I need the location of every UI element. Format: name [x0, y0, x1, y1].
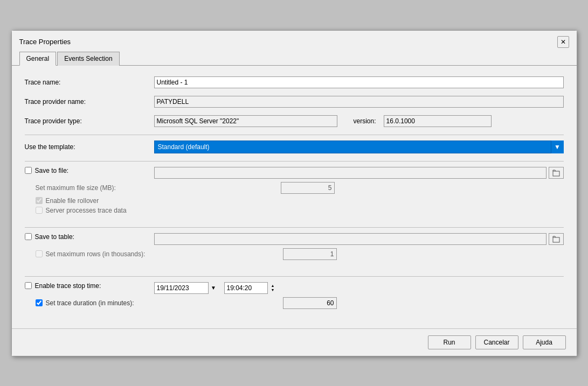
save-to-table-section: Save to table: Set maximum rows (in thou… — [25, 227, 564, 269]
stop-date-wrapper: ▼ — [154, 282, 219, 294]
save-to-file-checkbox[interactable] — [25, 167, 32, 174]
svg-rect-1 — [553, 237, 559, 242]
trace-provider-type-input — [154, 115, 337, 127]
template-select[interactable]: Standard (default) Blank SP_Counts TSQL … — [154, 141, 564, 153]
set-duration-row: Set trace duration (in minutes): — [36, 297, 564, 309]
separator-1 — [25, 135, 564, 135]
max-file-size-row: Set maximum file size (MB): — [36, 182, 564, 194]
max-rows-input — [283, 248, 337, 260]
save-to-table-row: Save to table: — [25, 233, 564, 245]
save-to-file-row: Save to file: — [25, 167, 564, 179]
trace-provider-type-label: Trace provider type: — [25, 117, 154, 125]
enable-rollover-label: Enable file rollover — [46, 197, 99, 205]
enable-rollover-checkbox — [36, 197, 43, 204]
max-rows-label: Set maximum rows (in thousands): — [46, 250, 283, 258]
set-duration-checkbox[interactable] — [36, 299, 43, 306]
trace-name-row: Trace name: — [25, 76, 564, 88]
table-browse-icon — [552, 235, 560, 243]
cancel-button[interactable]: Cancelar — [475, 335, 518, 349]
save-to-file-input-row — [154, 167, 564, 179]
dialog-title: Trace Properties — [19, 38, 71, 46]
save-to-file-label: Save to file: — [35, 167, 69, 174]
dialog-footer: Run Cancelar Ajuda — [12, 328, 577, 356]
trace-provider-name-label: Trace provider name: — [25, 98, 154, 106]
save-to-file-section: Save to file: Set maximum file size (MB)… — [25, 161, 564, 220]
stop-time-row: Enable trace stop time: ▼ ▲ ▼ — [25, 282, 564, 294]
server-processes-row: Server processes trace data — [36, 207, 564, 214]
save-to-table-checkbox-col: Save to table: — [25, 233, 154, 241]
stop-time-section: Enable trace stop time: ▼ ▲ ▼ — [25, 276, 564, 318]
stop-time-inputs: ▼ ▲ ▼ — [154, 282, 564, 294]
trace-provider-name-input — [154, 96, 564, 108]
stop-time-spin-button[interactable]: ▲ ▼ — [267, 282, 278, 294]
enable-rollover-row: Enable file rollover — [36, 197, 564, 205]
close-button[interactable]: ✕ — [557, 36, 569, 48]
save-to-table-input-row — [154, 233, 564, 245]
trace-name-label: Trace name: — [25, 79, 154, 86]
svg-rect-0 — [553, 171, 559, 176]
save-to-table-input — [154, 233, 547, 245]
title-bar: Trace Properties ✕ — [12, 31, 577, 51]
tab-events-selection[interactable]: Events Selection — [57, 52, 119, 66]
template-select-wrapper: Standard (default) Blank SP_Counts TSQL … — [154, 141, 564, 153]
max-file-size-input — [281, 182, 335, 194]
version-label: version: — [354, 117, 376, 125]
save-to-table-browse-button[interactable] — [549, 233, 564, 245]
save-to-file-browse-button[interactable] — [549, 167, 564, 179]
save-to-table-checkbox[interactable] — [25, 233, 32, 240]
max-file-size-label: Set maximum file size (MB): — [36, 184, 281, 192]
enable-stop-time-label: Enable trace stop time: — [35, 282, 101, 290]
set-duration-input[interactable] — [283, 297, 337, 309]
server-processes-label: Server processes trace data — [46, 207, 127, 214]
stop-time-wrapper: ▲ ▼ — [224, 282, 278, 294]
folder-icon — [552, 169, 560, 177]
tab-general[interactable]: General — [19, 52, 57, 66]
version-input — [384, 115, 492, 127]
run-button[interactable]: Run — [428, 335, 471, 349]
set-duration-label: Set trace duration (in minutes): — [46, 299, 283, 307]
save-to-file-input — [154, 167, 547, 179]
save-to-table-label: Save to table: — [35, 233, 74, 241]
trace-provider-name-row: Trace provider name: — [25, 96, 564, 108]
stop-time-checkbox-col: Enable trace stop time: — [25, 282, 154, 290]
max-rows-row: Set maximum rows (in thousands): — [36, 248, 564, 260]
tab-bar: General Events Selection — [12, 51, 577, 66]
enable-stop-time-checkbox[interactable] — [25, 282, 32, 289]
trace-properties-dialog: Trace Properties ✕ General Events Select… — [11, 30, 577, 356]
trace-name-input[interactable] — [154, 76, 564, 88]
stop-date-dropdown-button[interactable]: ▼ — [208, 282, 219, 294]
help-button[interactable]: Ajuda — [523, 335, 566, 349]
template-row: Use the template: Standard (default) Bla… — [25, 141, 564, 153]
save-to-file-checkbox-col: Save to file: — [25, 167, 154, 174]
template-label: Use the template: — [25, 143, 154, 151]
server-processes-checkbox — [36, 207, 43, 214]
dialog-content: Trace name: Trace provider name: Trace p… — [12, 66, 577, 328]
max-rows-checkbox — [36, 250, 43, 257]
trace-provider-type-row: Trace provider type: version: — [25, 115, 564, 127]
